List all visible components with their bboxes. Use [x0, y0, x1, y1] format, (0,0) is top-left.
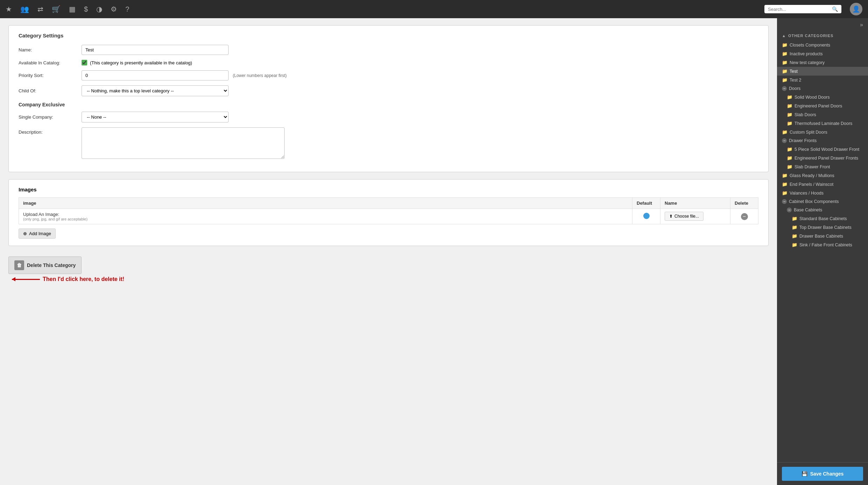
default-cell [632, 209, 660, 224]
priority-input[interactable] [82, 70, 229, 80]
cart-icon[interactable]: 🛒 [52, 5, 61, 13]
store-icon[interactable]: ▦ [69, 5, 76, 13]
sidebar-item-drawer-fronts[interactable]: − Drawer Fronts [777, 136, 868, 145]
dollar-icon[interactable]: $ [84, 5, 88, 13]
description-textarea[interactable] [82, 127, 285, 159]
sidebar-item-base-cabinets[interactable]: − Base Cabinets [777, 206, 868, 214]
col-delete-header: Delete [730, 198, 758, 209]
search-input[interactable] [768, 7, 832, 12]
main-layout: Category Settings Name: Available In Cat… [0, 18, 868, 485]
sidebar-item-test[interactable]: 📁 Test [777, 67, 868, 76]
folder-icon: 📁 [787, 94, 792, 100]
minus-icon: − [782, 138, 787, 143]
sidebar-item-closets[interactable]: 📁 Closets Components [777, 41, 868, 49]
available-checkbox[interactable] [82, 60, 87, 65]
sidebar-item-solid-wood-doors[interactable]: 📁 Solid Wood Doors [777, 93, 868, 101]
sidebar: » ▲ OTHER CATEGORIES 📁 Closets Component… [777, 18, 868, 485]
exchange-icon[interactable]: ⇄ [37, 5, 43, 13]
folder-icon: 📁 [792, 216, 797, 221]
sidebar-item-custom-split[interactable]: 📁 Custom Split Doors [777, 128, 868, 136]
child-of-select[interactable]: -- Nothing, make this a top level catego… [82, 85, 229, 96]
sidebar-tree: 📁 Closets Components 📁 Inactive products… [777, 41, 868, 462]
delete-area: 🗑 Delete This Category Then I'd click he… [8, 253, 769, 293]
sidebar-item-glass-ready[interactable]: 📁 Glass Ready / Mullions [777, 171, 868, 180]
name-input[interactable] [82, 45, 229, 55]
folder-icon: 📁 [792, 225, 797, 230]
folder-icon: 📁 [787, 103, 792, 108]
priority-label: Priority Sort: [19, 73, 82, 78]
category-settings-title: Category Settings [19, 33, 758, 38]
sidebar-item-valances[interactable]: 📁 Valances / Hoods [777, 189, 868, 197]
images-card: Images image Default Name Delete Upload … [8, 179, 769, 246]
upload-cell: Upload An Image: (only png, jpg, and gif… [19, 209, 632, 224]
priority-hint: (Lower numbers appear first) [233, 73, 287, 78]
avatar[interactable]: 👤 [850, 3, 862, 15]
sidebar-item-top-drawer-base[interactable]: 📁 Top Drawer Base Cabinets [777, 223, 868, 232]
col-name-header: Name [660, 198, 730, 209]
available-hint: (This category is presently available in… [90, 60, 192, 65]
add-icon: ⊕ [23, 231, 27, 236]
favorites-icon[interactable]: ★ [6, 5, 12, 13]
add-image-button[interactable]: ⊕ Add Image [19, 229, 56, 239]
folder-icon: 📁 [782, 51, 788, 56]
delete-annotation: Then I'd click here, to delete it! [12, 276, 124, 282]
annotation-arrow-line [12, 279, 40, 280]
minus-icon: − [787, 208, 792, 212]
sidebar-item-sink-cabinets[interactable]: 📁 Sink / False Front Cabinets [777, 240, 868, 249]
sidebar-item-slab-df[interactable]: 📁 Slab Drawer Front [777, 162, 868, 171]
folder-icon: 📁 [782, 129, 788, 135]
folder-icon: 📁 [787, 121, 792, 126]
sidebar-item-inactive[interactable]: 📁 Inactive products [777, 49, 868, 58]
collapse-icon: » [860, 22, 863, 28]
users-icon[interactable]: 👥 [20, 5, 29, 13]
folder-icon: 📁 [782, 190, 788, 196]
sidebar-item-drawer-base[interactable]: 📁 Drawer Base Cabinets [777, 232, 868, 240]
category-settings-card: Category Settings Name: Available In Cat… [8, 25, 769, 172]
delete-row-button[interactable]: − [741, 213, 748, 220]
search-icon: 🔍 [832, 6, 838, 12]
sidebar-item-test2[interactable]: 📁 Test 2 [777, 76, 868, 84]
upload-hint: (only png, jpg, and gif are acceptable) [23, 217, 628, 221]
single-company-control: -- None -- [82, 112, 229, 122]
top-navigation: ★ 👥 ⇄ 🛒 ▦ $ ◑ ⚙ ? 🔍 👤 [0, 0, 868, 18]
folder-icon: 📁 [782, 60, 788, 65]
priority-control [82, 70, 229, 80]
name-cell: ⬆ Choose file... [660, 209, 730, 224]
folder-icon: 📁 [787, 164, 792, 169]
single-company-label: Single Company: [19, 114, 82, 120]
trash-icon: 🗑 [14, 260, 24, 270]
col-image-header: image [19, 198, 632, 209]
folder-icon: 📁 [782, 182, 788, 187]
sidebar-item-end-panels[interactable]: 📁 End Panels / Wainscot [777, 180, 868, 189]
chart-icon[interactable]: ◑ [96, 5, 102, 13]
sidebar-item-standard-base[interactable]: 📁 Standard Base Cabinets [777, 214, 868, 223]
name-row: Name: [19, 45, 758, 55]
sidebar-item-new-test[interactable]: 📁 New test category [777, 58, 868, 67]
sidebar-item-slab-doors[interactable]: 📁 Slab Doors [777, 110, 868, 119]
test-item-wrapper: 📁 Test First I clicked on this [777, 67, 868, 76]
images-title: Images [19, 187, 758, 192]
gear-icon[interactable]: ⚙ [111, 5, 117, 13]
single-company-select[interactable]: -- None -- [82, 112, 229, 122]
section-collapse-arrow: ▲ [782, 34, 786, 38]
default-radio[interactable] [643, 213, 650, 219]
folder-icon: 📁 [787, 147, 792, 152]
sidebar-item-thermofused[interactable]: 📁 Thermofused Laminate Doors [777, 119, 868, 128]
sidebar-collapse-button[interactable]: » [777, 18, 868, 31]
folder-icon: 📁 [792, 242, 797, 247]
help-icon[interactable]: ? [125, 5, 129, 13]
delete-cell: − [730, 209, 758, 224]
description-row: Description: [19, 127, 758, 160]
images-table: image Default Name Delete Upload An Imag… [19, 197, 758, 224]
choose-file-button[interactable]: ⬆ Choose file... [665, 212, 704, 221]
delete-category-button[interactable]: 🗑 Delete This Category [8, 256, 82, 274]
available-label: Available In Catalog: [19, 60, 82, 65]
sidebar-item-doors[interactable]: − Doors [777, 84, 868, 93]
name-control [82, 45, 229, 55]
sidebar-item-5piece[interactable]: 📁 5 Piece Solid Wood Drawer Front [777, 145, 868, 154]
sidebar-item-engineered-panel-doors[interactable]: 📁 Engineered Panel Doors [777, 101, 868, 110]
save-changes-button[interactable]: 💾 Save Changes [782, 467, 863, 481]
sidebar-item-cabinet-box[interactable]: − Cabinet Box Components [777, 197, 868, 206]
sidebar-item-engineered-panel-df[interactable]: 📁 Engineered Panel Drawer Fronts [777, 154, 868, 162]
priority-row: Priority Sort: (Lower numbers appear fir… [19, 70, 758, 80]
